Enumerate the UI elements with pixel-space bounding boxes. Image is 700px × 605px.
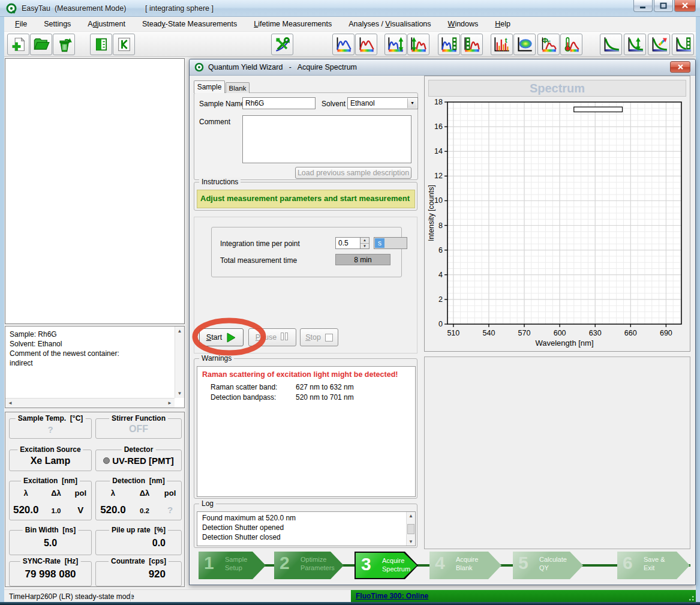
- excitation-kinetics-icon: [441, 36, 458, 53]
- stop-button[interactable]: Stop: [300, 328, 338, 346]
- start-button[interactable]: Start: [199, 328, 244, 346]
- new-measurement-button[interactable]: [7, 34, 29, 55]
- pause-button[interactable]: Pause: [248, 328, 296, 346]
- excitation-spectrum-icon: [335, 36, 352, 53]
- parameters-group: Integration time per point ▲▼ s Total me…: [211, 227, 402, 277]
- results-panel: [424, 357, 690, 549]
- excitation-polarization-scan-button[interactable]: [384, 34, 407, 55]
- log-line: Detection Shutter closed: [202, 533, 281, 541]
- script-editor-button[interactable]: [113, 34, 135, 55]
- countrate-value: 920: [96, 568, 181, 580]
- wizard-step-2-optimize-parameters[interactable]: 2OptimizeParameters: [274, 552, 344, 579]
- svg-text:12: 12: [434, 172, 443, 180]
- window-title-context: [ integrating sphere ]: [145, 4, 214, 13]
- svg-text:660: 660: [624, 329, 637, 337]
- screen: EasyTau (Measurement Mode) [ integrating…: [0, 0, 700, 605]
- statusbar-divider: [130, 591, 131, 601]
- excitation-source-value: Xe Lamp: [10, 456, 91, 466]
- emission-polarization-scan-button[interactable]: [407, 34, 429, 55]
- resize-grip-icon[interactable]: [687, 594, 695, 601]
- 3d-scan-button[interactable]: [513, 34, 536, 55]
- total-time-value: 8 min: [335, 254, 390, 265]
- bin-width-value: 5.0: [10, 538, 91, 549]
- excitation-spectrum-button[interactable]: [332, 34, 354, 55]
- open-file-button[interactable]: [30, 34, 52, 55]
- menu-settings[interactable]: Settings: [44, 20, 71, 28]
- horizontal-scrollbar[interactable]: ◄►: [5, 398, 175, 408]
- batch-mode-button[interactable]: [90, 34, 112, 55]
- menu-bar: File Settings Adjustment Steady-State Me…: [4, 17, 696, 31]
- menu-lifetime[interactable]: Lifetime Measurements: [254, 20, 332, 28]
- sample-info-box[interactable]: Sample: Rh6G Solvent: Ethanol Comment of…: [5, 326, 185, 408]
- log-group: Log Found maximum at 520.0 nm Detection …: [194, 504, 417, 548]
- integration-unit-field[interactable]: s: [374, 237, 407, 249]
- integration-unit-value: s: [375, 238, 384, 248]
- svg-text:630: 630: [589, 329, 602, 337]
- tools-icon: [274, 36, 291, 53]
- svg-text:510: 510: [447, 329, 459, 337]
- device-mode-text: TimeHarp260P (LR) steady-state mode: [9, 592, 134, 601]
- decay-kinetics-button[interactable]: [672, 34, 694, 55]
- maximize-button[interactable]: [654, 0, 673, 12]
- scrollbar-thumb[interactable]: [407, 524, 414, 534]
- quantum-yield-measurement-button[interactable]: ΦF: [537, 34, 560, 55]
- spectrum-chart: 510540570600630660690024681012141618Wave…: [427, 97, 689, 349]
- emission-polarization-icon: [410, 36, 427, 53]
- excitation-lambda: 520.0: [10, 504, 42, 516]
- wizard-step-5-calculate-qy[interactable]: 5CalculateQY: [513, 552, 583, 579]
- app-logo-icon: [6, 3, 17, 14]
- tab-sample[interactable]: Sample: [194, 80, 225, 93]
- minimize-button[interactable]: [633, 0, 653, 12]
- tab-blank[interactable]: Blank: [226, 82, 250, 93]
- menu-steady-state[interactable]: Steady-State Measurements: [142, 20, 237, 28]
- integration-time-input[interactable]: [335, 237, 360, 249]
- quantum-yield-icon: ΦF: [540, 36, 557, 53]
- solvent-select[interactable]: Ethanol ▼: [347, 97, 418, 109]
- minimize-icon: [639, 3, 647, 9]
- svg-text:10: 10: [434, 196, 443, 205]
- delete-button[interactable]: [53, 34, 75, 55]
- window-bottom-frame: [0, 602, 700, 605]
- warnings-content: Raman scattering of excitation light mig…: [197, 366, 416, 497]
- menu-analyses[interactable]: Analyses / Visualisations: [349, 20, 431, 28]
- menu-windows[interactable]: Windows: [448, 20, 479, 28]
- time-trace-button[interactable]: t: [491, 34, 513, 55]
- integration-time-label: Integration time per point: [220, 239, 300, 248]
- sync-rate-value: 79 998 080: [10, 568, 91, 580]
- temperature-scan-button[interactable]: [560, 34, 582, 55]
- dialog-close-button[interactable]: [670, 61, 690, 73]
- close-button[interactable]: [674, 0, 696, 12]
- comment-textarea[interactable]: [242, 115, 411, 163]
- svg-text:4: 4: [438, 271, 443, 279]
- integration-time-stepper[interactable]: ▲▼: [360, 237, 369, 249]
- quantum-yield-wizard-dialog: Quantum Yield Wizard - Acquire Spectrum …: [189, 59, 696, 585]
- wizard-step-3-acquire-spectrum[interactable]: 3AcquireSpectrum: [354, 552, 418, 579]
- emission-spectrum-button[interactable]: [355, 34, 377, 55]
- temperature-emission-icon: [563, 36, 580, 53]
- excitation-kinetics-button[interactable]: [438, 34, 460, 55]
- open-folder-icon: [33, 36, 50, 53]
- chevron-down-icon[interactable]: ▼: [407, 98, 417, 108]
- wizard-step-4-acquire-blank[interactable]: 4AcquireBlank: [429, 552, 501, 579]
- dialog-close-icon: [677, 64, 684, 70]
- menu-file[interactable]: File: [15, 20, 27, 28]
- svg-text:16: 16: [434, 122, 443, 131]
- load-previous-sample-button[interactable]: Load previous sample description: [295, 167, 411, 179]
- menu-help[interactable]: Help: [495, 20, 510, 28]
- sample-name-input[interactable]: [242, 97, 316, 109]
- sample-form: Sample Name Solvent Ethanol ▼ Comment Lo…: [194, 92, 418, 180]
- vertical-scrollbar[interactable]: ▲▼: [175, 327, 184, 398]
- menu-adjustment[interactable]: Adjustment: [88, 20, 125, 28]
- log-content[interactable]: Found maximum at 520.0 nm Detection Shut…: [197, 511, 416, 546]
- wizard-step-6-save-exit[interactable]: 6Save &Exit: [617, 552, 690, 579]
- decay-button[interactable]: [600, 34, 622, 55]
- sync-rate-box: SYNC-Rate [Hz] 79 998 080: [9, 561, 92, 586]
- emission-kinetics-button[interactable]: [461, 34, 483, 55]
- decay-icon: [603, 36, 620, 53]
- log-scrollbar[interactable]: ▲ ▼: [406, 512, 415, 546]
- wizard-step-1-sample-setup[interactable]: 1SampleSetup: [199, 552, 266, 579]
- excitation-source-box: Excitation Source Xe Lamp: [9, 450, 92, 471]
- hardware-setup-button[interactable]: [271, 34, 293, 55]
- decay-polarization-button[interactable]: [624, 34, 646, 55]
- decay-wavelength-series-button[interactable]: [648, 34, 670, 55]
